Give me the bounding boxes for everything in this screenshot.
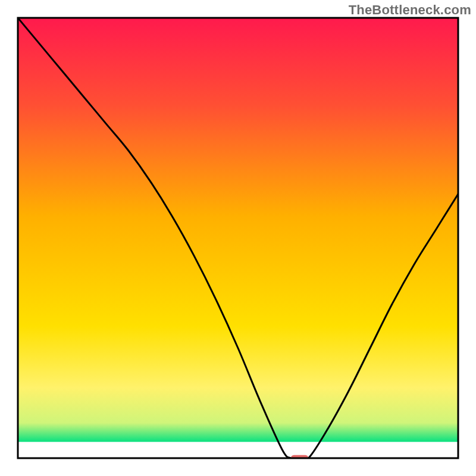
watermark-text: TheBottleneck.com — [349, 2, 471, 18]
gradient-background — [18, 18, 458, 458]
chart-container: TheBottleneck.com — [0, 0, 476, 476]
bottleneck-chart — [0, 0, 476, 476]
bottom-strip — [18, 442, 458, 458]
